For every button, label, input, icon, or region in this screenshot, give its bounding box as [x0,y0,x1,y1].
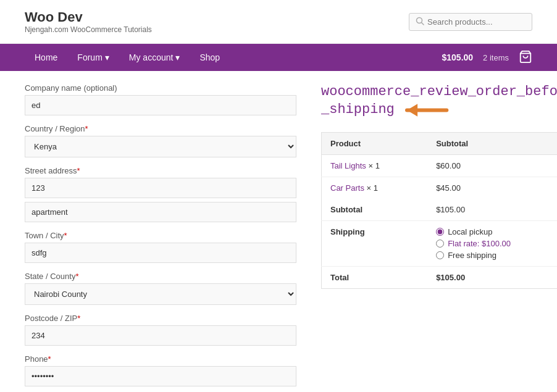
subtotal-value: $105.00 [427,199,557,221]
country-group: Country / Region* Kenya [25,124,296,157]
shipping-options-list: Local pickup Flat rate: $100.00 Free shi… [436,227,557,260]
nav-item-forum[interactable]: Forum ▾ [67,44,119,71]
nav-item-shop[interactable]: Shop [190,44,230,71]
nav-item-home[interactable]: Home [25,44,67,71]
site-branding: Woo Dev Njengah.com WooCommerce Tutorial… [25,9,152,34]
country-label: Country / Region* [25,124,296,133]
search-icon [416,17,424,27]
shipping-radio[interactable] [436,251,444,259]
main-nav: Home Forum ▾ My account ▾ Shop $105.00 2… [0,44,557,71]
shipping-option: Flat rate: $100.00 [436,239,557,248]
city-group: Town / City* [25,231,296,263]
hook-text-line1: woocommerce_review_order_before [321,83,557,101]
shipping-options-cell: Local pickup Flat rate: $100.00 Free shi… [427,220,557,266]
product-qty: × 1 [368,161,379,170]
shipping-radio[interactable] [436,240,444,248]
street-input-2[interactable] [25,202,296,222]
state-group: State / County* Nairobi County [25,272,296,305]
phone-input[interactable] [25,366,296,386]
shipping-label: Shipping [322,220,428,266]
product-qty: × 1 [367,183,378,193]
city-label: Town / City* [25,231,296,240]
country-select[interactable]: Kenya [25,136,296,157]
postcode-group: Postcode / ZIP* [25,314,296,346]
shipping-option-link[interactable]: Flat rate: $100.00 [448,239,511,248]
cart-count: 2 items [483,53,509,62]
total-value: $105.00 [427,266,557,288]
table-row: Tail Lights × 1 $60.00 [322,154,558,177]
billing-form: Company name (optional) Country / Region… [25,83,296,392]
street-address-group: Street address* [25,166,296,222]
company-name-input[interactable] [25,95,296,115]
order-review: woocommerce_review_order_before _shippin… [321,83,557,392]
shipping-option: Local pickup [436,227,557,236]
hook-title: woocommerce_review_order_before _shippin… [321,83,557,120]
nav-cart: $105.00 2 items [442,50,532,65]
street-input-1[interactable] [25,178,296,198]
shipping-option: Free shipping [436,251,557,260]
order-table: Product Subtotal Tail Lights × 1 $60.00 … [321,132,557,289]
search-input[interactable] [427,17,526,27]
company-name-group: Company name (optional) [25,83,296,115]
col-product-header: Product [322,132,428,154]
hook-text-line2: _shipping [321,101,395,119]
required-star: * [85,124,88,133]
hook-text-line2-container: _shipping [321,101,557,120]
col-subtotal-header: Subtotal [427,132,557,154]
product-link[interactable]: Tail Lights [330,161,366,170]
product-link[interactable]: Car Parts [330,183,364,193]
chevron-down-icon: ▾ [175,52,180,62]
search-box[interactable] [409,13,532,31]
subtotal-cell: $45.00 [427,177,557,199]
total-label: Total [322,266,428,288]
main-content: Company name (optional) Country / Region… [0,71,557,392]
site-subtitle: Njengah.com WooCommerce Tutorials [25,25,152,34]
shipping-row: Shipping Local pickup Flat rate: $100.00… [322,220,558,266]
city-input[interactable] [25,243,296,263]
required-star: * [64,231,67,240]
shipping-option-label: Flat rate: $100.00 [448,239,511,248]
shipping-option-label: Free shipping [448,251,496,260]
phone-label: Phone* [25,354,296,364]
postcode-input[interactable] [25,325,296,346]
site-header: Woo Dev Njengah.com WooCommerce Tutorial… [0,0,557,44]
required-star: * [75,272,78,281]
nav-links: Home Forum ▾ My account ▾ Shop [25,44,230,71]
table-row: Car Parts × 1 $45.00 [322,177,558,199]
svg-line-1 [422,22,424,25]
chevron-down-icon: ▾ [105,52,109,62]
site-title: Woo Dev [25,9,152,25]
subtotal-row: Subtotal $105.00 [322,199,558,221]
nav-item-myaccount[interactable]: My account ▾ [119,44,190,71]
total-row: Total $105.00 [322,266,558,288]
required-star: * [77,314,80,323]
subtotal-label: Subtotal [322,199,428,221]
product-cell: Car Parts × 1 [322,177,428,199]
street-label: Street address* [25,166,296,175]
phone-group: Phone* [25,354,296,386]
company-name-label: Company name (optional) [25,83,296,93]
cart-icon[interactable] [519,50,532,65]
subtotal-cell: $60.00 [427,154,557,177]
cart-amount: $105.00 [442,52,473,62]
shipping-radio[interactable] [436,228,444,236]
shipping-option-label: Local pickup [448,227,492,236]
required-star: * [48,354,51,364]
product-cell: Tail Lights × 1 [322,154,428,177]
arrow-icon [401,101,450,120]
postcode-label: Postcode / ZIP* [25,314,296,323]
required-star: * [77,166,80,175]
state-select[interactable]: Nairobi County [25,283,296,305]
svg-marker-3 [407,104,417,117]
state-label: State / County* [25,272,296,281]
